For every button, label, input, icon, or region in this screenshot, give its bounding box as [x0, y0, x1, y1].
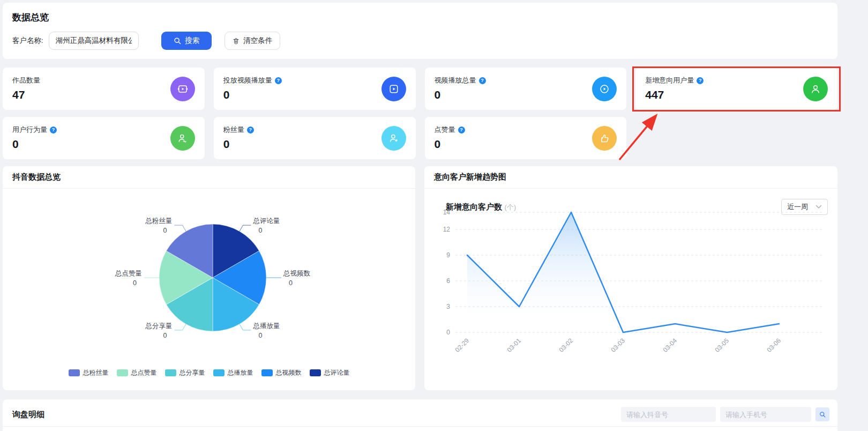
info-icon[interactable]: ?	[275, 77, 282, 84]
douyin-id-input[interactable]	[621, 407, 716, 422]
svg-text:总视频数: 总视频数	[283, 270, 311, 277]
stat-card-grid: 作品数量 47 投放视频播放量 ? 0	[3, 68, 837, 159]
svg-text:总粉丝量: 总粉丝量	[145, 217, 173, 225]
stat-title: 视频播放总量	[435, 76, 476, 85]
stat-value: 0	[435, 88, 617, 101]
legend-item-总粉丝量[interactable]: 总粉丝量	[69, 368, 109, 377]
clear-conditions-button[interactable]: 清空条件	[225, 32, 280, 50]
stat-value: 447	[645, 88, 828, 101]
legend-swatch	[165, 369, 176, 376]
svg-text:03-03: 03-03	[610, 337, 627, 354]
stat-value: 47	[12, 88, 195, 101]
divider	[3, 426, 837, 427]
legend-item-总分享量[interactable]: 总分享量	[165, 368, 205, 377]
stat-title: 用户行为量	[12, 125, 47, 135]
svg-text:总评论量: 总评论量	[253, 217, 280, 225]
stat-value: 0	[223, 138, 406, 151]
svg-text:03-02: 03-02	[558, 337, 575, 354]
header-card: 数据总览 客户名称: 搜索 清空条件	[3, 3, 837, 59]
inquiry-search-controls	[621, 407, 829, 422]
stat-title: 投放视频播放量	[223, 76, 272, 85]
phone-number-input[interactable]	[720, 407, 811, 422]
svg-text:9: 9	[446, 251, 450, 259]
svg-text:0: 0	[163, 332, 167, 339]
legend-swatch	[69, 369, 80, 376]
legend-item-总视频数[interactable]: 总视频数	[261, 368, 302, 377]
legend-label: 总粉丝量	[83, 368, 109, 377]
svg-text:0: 0	[133, 279, 137, 287]
legend-label: 总视频数	[276, 368, 302, 377]
stat-value: 0	[12, 138, 195, 151]
legend-item-总评论量[interactable]: 总评论量	[310, 368, 350, 377]
legend-swatch	[117, 369, 128, 376]
user-icon	[803, 77, 828, 101]
stat-title: 作品数量	[12, 76, 40, 85]
legend-item-总点赞量[interactable]: 总点赞量	[117, 368, 157, 377]
legend-label: 总播放量	[228, 368, 253, 377]
customer-name-input[interactable]	[49, 32, 139, 50]
trend-panel-title: 意向客户新增趋势图	[424, 166, 837, 188]
video-clip-icon	[170, 77, 195, 101]
play-circle-icon	[592, 77, 617, 101]
stat-card-total-video-plays: 视频播放总量 ? 0	[425, 68, 627, 110]
svg-text:03-01: 03-01	[506, 337, 523, 354]
empty-grid-cell	[635, 117, 837, 159]
douyin-overview-panel: 抖音数据总览 总评论量0总视频数0总播放量0总分享量0总点赞量0总粉丝量0 总粉…	[3, 166, 415, 390]
svg-text:总点赞量: 总点赞量	[115, 270, 142, 277]
stat-value: 0	[435, 138, 617, 151]
svg-text:0: 0	[163, 227, 167, 234]
svg-text:03-04: 03-04	[662, 337, 679, 354]
search-button[interactable]: 搜索	[161, 32, 212, 50]
legend-swatch	[261, 369, 273, 376]
legend-swatch	[310, 369, 321, 376]
svg-text:02-29: 02-29	[454, 337, 471, 354]
inquiry-search-button[interactable]	[815, 407, 829, 421]
legend-swatch	[213, 369, 225, 376]
stat-card-works-count: 作品数量 47	[3, 68, 205, 110]
stat-card-ad-video-plays: 投放视频播放量 ? 0	[214, 68, 416, 110]
svg-text:03-06: 03-06	[766, 337, 783, 354]
legend-label: 总点赞量	[131, 368, 157, 377]
svg-text:0: 0	[259, 227, 263, 234]
legend-label: 总分享量	[179, 368, 205, 377]
douyin-panel-title: 抖音数据总览	[3, 166, 415, 188]
user-activity-icon	[170, 126, 195, 151]
svg-text:12: 12	[443, 226, 451, 233]
pie-legend: 总粉丝量总点赞量总分享量总播放量总视频数总评论量	[3, 368, 415, 377]
page-title: 数据总览	[12, 11, 828, 24]
svg-text:0: 0	[289, 279, 293, 287]
stat-title: 点赞量	[435, 125, 455, 135]
svg-text:03-05: 03-05	[714, 337, 731, 354]
intent-trend-line-chart: 0369121402-2903-0103-0203-0303-0403-0503…	[436, 205, 830, 376]
intent-trend-panel: 意向客户新增趋势图 新增意向客户数 (个) 近一周 0369121402-290…	[424, 166, 837, 390]
search-button-label: 搜索	[185, 36, 199, 46]
svg-text:6: 6	[446, 277, 450, 285]
legend-item-总播放量[interactable]: 总播放量	[213, 368, 253, 377]
douyin-pie-chart: 总评论量0总视频数0总播放量0总分享量0总点赞量0总粉丝量0	[3, 188, 415, 365]
info-icon[interactable]: ?	[479, 77, 486, 84]
search-icon	[173, 36, 182, 45]
stat-card-followers: 粉丝量 ? 0	[214, 117, 416, 159]
clear-button-label: 清空条件	[243, 36, 272, 46]
info-icon[interactable]: ?	[50, 127, 57, 133]
stat-card-new-intent-users: 新增意向用户量 ? 447	[635, 68, 837, 110]
info-icon[interactable]: ?	[697, 77, 704, 84]
stat-title: 新增意向用户量	[645, 76, 694, 85]
dashboard-page: 数据总览 客户名称: 搜索 清空条件 作品数量	[0, 0, 868, 431]
stat-card-likes: 点赞量 ? 0	[425, 117, 627, 159]
thumbs-up-icon	[592, 126, 617, 151]
svg-text:3: 3	[446, 303, 450, 310]
trash-icon	[232, 37, 240, 45]
svg-text:0: 0	[446, 329, 450, 336]
stat-value: 0	[223, 88, 406, 101]
info-icon[interactable]: ?	[458, 127, 465, 133]
inquiry-detail-panel: 询盘明细	[3, 399, 837, 431]
user-heart-icon	[381, 126, 406, 151]
inquiry-panel-title: 询盘明细	[12, 410, 44, 420]
info-icon[interactable]: ?	[247, 127, 254, 133]
search-icon	[819, 411, 826, 418]
svg-text:总播放量: 总播放量	[253, 322, 280, 330]
svg-text:14: 14	[443, 209, 451, 216]
filter-row: 客户名称: 搜索 清空条件	[12, 32, 828, 50]
svg-text:0: 0	[259, 332, 263, 339]
